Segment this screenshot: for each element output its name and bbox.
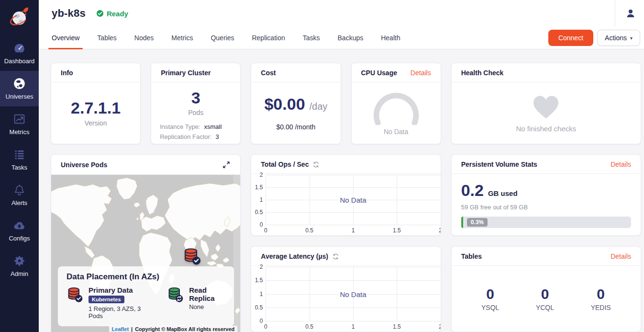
x-axis-tick-label: 2	[439, 227, 441, 234]
tab-overview[interactable]: Overview	[52, 27, 79, 49]
detail-value: 3	[216, 133, 219, 140]
primary-data-legend-item: Primary Data Kubernetes 1 Region, 3 AZS,…	[67, 286, 145, 320]
primary-cluster-card: Primary Cluster 3 Pods Instance Type: xs…	[151, 63, 241, 144]
sidebar-item-label: Admin	[1, 270, 38, 277]
tab-queries[interactable]: Queries	[211, 27, 234, 49]
sidebar-item-admin[interactable]: Admin	[0, 248, 39, 284]
primary-database-icon	[67, 286, 84, 303]
chart-empty-label: No Data	[340, 290, 366, 298]
tab-metrics[interactable]: Metrics	[171, 27, 193, 49]
sidebar-item-metrics[interactable]: Metrics	[0, 106, 39, 142]
sidebar-item-dashboard[interactable]: Dashboard	[0, 35, 39, 71]
tab-tasks[interactable]: Tasks	[303, 27, 320, 49]
tables-details-link[interactable]: Details	[611, 252, 631, 260]
gridline-vertical	[266, 267, 266, 321]
chart-plot-area: 00.511.5200.511.52No Data	[266, 175, 440, 225]
tab-tables[interactable]: Tables	[97, 27, 116, 49]
detail-row: Instance Type: xsmall	[160, 123, 232, 130]
cost-per-month: $0.00 /month	[277, 123, 316, 131]
ysql-label: YSQL	[481, 304, 499, 311]
ycql-stat: 0 YCQL	[536, 286, 554, 311]
card-title: Total Ops / Sec	[261, 160, 309, 168]
gridline-vertical	[266, 175, 266, 225]
main-area: yb-k8s Ready Overview Tables Nodes Metri…	[39, 0, 644, 332]
universe-globe-icon	[13, 77, 26, 90]
primary-data-summary: 1 Region, 3 AZS, 3 Pods	[89, 305, 145, 320]
read-replica-value: None	[189, 303, 225, 310]
yugabyte-logo[interactable]	[0, 0, 39, 35]
total-ops-chart-card: Total Ops / Sec 00.511.5200.511.52No Dat…	[251, 154, 441, 236]
y-axis-tick-label: 0	[260, 221, 263, 228]
globe-rocket-logo-icon	[7, 5, 32, 30]
cost-card: Cost $0.00 /day $0.00 /month	[251, 63, 341, 144]
configs-cloud-icon	[13, 219, 26, 232]
tab-replication[interactable]: Replication	[252, 27, 285, 49]
y-axis-tick-label: 2	[260, 172, 263, 178]
volume-percent-badge: 0.3%	[467, 218, 488, 227]
y-axis-tick-label: 2	[260, 263, 263, 270]
card-title: Info	[61, 69, 73, 77]
version-caption: Version	[85, 119, 107, 127]
caret-down-icon: ▾	[630, 35, 633, 41]
card-title: Persistent Volume Stats	[461, 160, 537, 168]
map-attribution: Leaflet | Copyright © MapBox All rights …	[109, 326, 238, 332]
read-replica-legend-item: Read Replica None	[167, 286, 225, 320]
universe-pods-card: Universe Pods	[51, 154, 241, 332]
yedis-count: 0	[591, 286, 611, 302]
world-map[interactable]: Data Placement (In AZs)	[51, 175, 240, 332]
gridline-vertical	[397, 175, 397, 225]
attribution-text: Copyright © MapBox All rights reserved	[135, 326, 234, 332]
refresh-icon[interactable]	[332, 253, 339, 260]
sidebar: Dashboard Universes Metrics Tasks Alerts…	[0, 0, 39, 332]
y-axis-tick-label: 1.5	[255, 184, 263, 191]
admin-gear-icon	[13, 254, 26, 267]
page-title: yb-k8s	[52, 7, 86, 20]
leaflet-link[interactable]: Leaflet	[112, 326, 129, 332]
card-title: Cost	[261, 69, 276, 77]
dashboard-gauge-icon	[13, 42, 26, 55]
connect-button[interactable]: Connect	[548, 30, 593, 46]
sidebar-item-configs[interactable]: Configs	[0, 213, 39, 248]
card-title: CPU Usage	[361, 69, 397, 77]
tables-card: Tables Details 0 YSQL 0 YCQL 0	[451, 246, 641, 332]
primary-data-map-marker[interactable]	[183, 247, 202, 266]
sidebar-item-alerts[interactable]: Alerts	[0, 177, 39, 213]
heart-icon	[532, 94, 560, 120]
sidebar-item-universes[interactable]: Universes	[0, 71, 39, 106]
universe-header: yb-k8s Ready	[39, 0, 644, 27]
volume-progress-fill	[461, 217, 463, 228]
gridline-vertical	[441, 267, 441, 321]
version-value: 2.7.1.1	[71, 99, 121, 117]
y-axis-tick-label: 1	[260, 196, 263, 203]
x-axis-tick-label: 1	[352, 323, 355, 330]
detail-label: Instance Type:	[160, 123, 200, 130]
gb-used-unit: GB used	[488, 189, 518, 197]
stats-column: Persistent Volume Stats Details 0.2 GB u…	[451, 154, 641, 332]
tab-health[interactable]: Health	[381, 27, 400, 49]
average-latency-chart: 00.511.5200.511.52No Data	[251, 266, 440, 332]
detail-label: Replication Factor:	[160, 133, 211, 140]
volume-details-link[interactable]: Details	[611, 160, 631, 168]
health-check-card: Health Check No finished checks	[451, 63, 641, 144]
gridline-horizontal	[266, 321, 440, 321]
tab-backups[interactable]: Backups	[338, 27, 364, 49]
charts-column: Total Ops / Sec 00.511.5200.511.52No Dat…	[251, 154, 441, 332]
user-menu[interactable]	[615, 0, 644, 27]
cpu-empty-label: No Data	[384, 128, 408, 136]
tab-nodes[interactable]: Nodes	[134, 27, 154, 49]
gridline-vertical	[397, 267, 397, 321]
sidebar-item-tasks[interactable]: Tasks	[0, 142, 39, 177]
expand-map-icon[interactable]	[222, 160, 231, 169]
cpu-details-link[interactable]: Details	[411, 69, 431, 77]
detail-value: xsmall	[204, 123, 222, 130]
check-circle-icon	[96, 10, 104, 17]
replica-database-icon	[167, 286, 184, 303]
x-axis-tick-label: 2	[439, 323, 441, 330]
actions-dropdown-button[interactable]: Actions ▾	[597, 30, 640, 46]
x-axis-tick-label: 1.5	[393, 323, 401, 330]
sidebar-item-label: Metrics	[1, 128, 38, 136]
card-title: Universe Pods	[61, 161, 107, 169]
alerts-bell-icon	[13, 183, 26, 196]
refresh-icon[interactable]	[312, 161, 320, 168]
y-axis-tick-label: 0.5	[255, 209, 263, 216]
